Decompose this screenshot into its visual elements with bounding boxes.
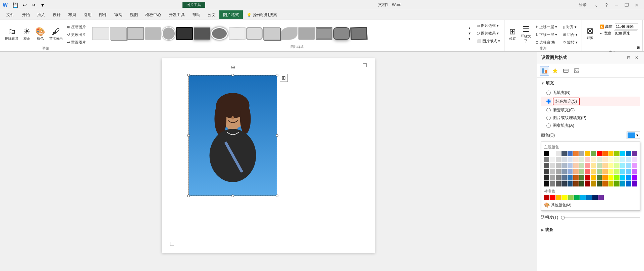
styles-more[interactable]: ▾ <box>467 37 472 41</box>
handle-bottom-center[interactable] <box>231 195 234 197</box>
shade-3-1[interactable] <box>544 169 549 174</box>
restore-btn[interactable]: ❐ <box>622 2 631 8</box>
shade-1-6[interactable] <box>573 157 578 162</box>
customize-btn[interactable]: ▼ <box>39 2 46 8</box>
shade-1-12[interactable] <box>608 157 613 162</box>
send-backward-btn[interactable]: ⬇下移一层▾ <box>533 31 559 38</box>
shade-5-3[interactable] <box>556 181 561 186</box>
handle-bottom-right[interactable] <box>276 195 278 197</box>
theme-color-light-gray[interactable] <box>556 151 561 156</box>
shade-5-4[interactable] <box>561 181 567 186</box>
document-canvas[interactable]: ⊕ <box>0 52 537 271</box>
shade-1-7[interactable] <box>579 157 584 162</box>
shade-5-2[interactable] <box>550 181 555 186</box>
shade-2-1[interactable] <box>544 163 549 168</box>
shade-5-9[interactable] <box>591 181 596 186</box>
pic-style-13[interactable] <box>298 27 315 40</box>
panel-collapse-btn[interactable]: ⊟ <box>625 54 632 61</box>
shade-2-14[interactable] <box>620 163 625 168</box>
shade-3-16[interactable] <box>632 169 637 174</box>
corrections-btn[interactable]: ☀ 校正 <box>21 23 33 46</box>
selected-image-container[interactable]: ⊕ <box>189 75 277 196</box>
pic-style-2[interactable] <box>110 27 126 40</box>
shade-2-6[interactable] <box>573 163 578 168</box>
tab-picture-format[interactable]: 图片格式 <box>219 10 243 19</box>
compress-pic-btn[interactable]: ⊞ 压缩图片 <box>65 23 88 31</box>
std-red[interactable] <box>550 195 555 200</box>
tab-layout[interactable]: 布局 <box>64 10 80 19</box>
shade-1-4[interactable] <box>561 157 567 162</box>
shade-3-14[interactable] <box>620 169 625 174</box>
pic-effects-btn[interactable]: ⬡ 图片效果▾ <box>475 30 502 37</box>
solid-fill-option[interactable]: 纯色填充(S) <box>541 97 640 106</box>
pic-style-14[interactable] <box>316 27 332 40</box>
theme-color-gold[interactable] <box>585 151 590 156</box>
shade-1-8[interactable] <box>585 157 590 162</box>
shade-1-14[interactable] <box>620 157 625 162</box>
shade-5-1[interactable] <box>544 181 549 186</box>
shade-1-1[interactable] <box>544 157 549 162</box>
shade-3-9[interactable] <box>591 169 596 174</box>
shade-4-10[interactable] <box>597 175 602 180</box>
tab-search[interactable]: 💡 操作说明搜索 <box>243 10 281 19</box>
tab-file[interactable]: 文件 <box>3 10 18 19</box>
save-btn[interactable]: 💾 <box>11 2 19 8</box>
tab-review[interactable]: 审阅 <box>111 10 126 19</box>
pic-layout-btn[interactable]: ⬜ 图片版式▾ <box>475 38 502 45</box>
no-fill-option[interactable]: 无填充(N) <box>541 89 640 97</box>
theme-color-red[interactable] <box>597 151 602 156</box>
shade-1-9[interactable] <box>591 157 596 162</box>
shade-3-8[interactable] <box>585 169 590 174</box>
pic-style-10[interactable] <box>246 27 263 40</box>
change-pic-btn[interactable]: ↺ 更改图片 <box>65 31 88 38</box>
std-dark-blue[interactable] <box>592 195 598 200</box>
shade-5-10[interactable] <box>597 181 602 186</box>
shade-1-16[interactable] <box>632 157 637 162</box>
shade-5-6[interactable] <box>573 181 578 186</box>
minimize-btn[interactable]: ─ <box>612 2 621 8</box>
panel-close-btn[interactable]: ✕ <box>633 54 640 61</box>
selected-image[interactable] <box>189 75 277 196</box>
shade-3-15[interactable] <box>626 169 631 174</box>
remove-background-btn[interactable]: 🗂 删除背景 <box>3 23 20 46</box>
tab-home[interactable]: 开始 <box>18 10 34 19</box>
theme-color-extra5[interactable] <box>626 151 631 156</box>
crop-btn[interactable]: ⊠ 裁剪 <box>584 22 596 45</box>
shade-2-8[interactable] <box>585 163 590 168</box>
shade-4-6[interactable] <box>573 175 578 180</box>
theme-color-extra2[interactable] <box>608 151 613 156</box>
shade-4-14[interactable] <box>620 175 625 180</box>
tab-mail[interactable]: 邮件 <box>95 10 111 19</box>
transparency-slider[interactable] <box>561 217 640 218</box>
pattern-fill-radio[interactable] <box>546 123 551 128</box>
theme-color-orange[interactable] <box>573 151 578 156</box>
tab-dev[interactable]: 开发工具 <box>165 10 189 19</box>
handle-top-right[interactable] <box>276 74 278 76</box>
shade-2-2[interactable] <box>550 163 555 168</box>
pic-style-11[interactable] <box>263 27 280 40</box>
reset-pic-btn[interactable]: ↩ 重置图片 <box>65 39 88 46</box>
align-btn[interactable]: ⫿对齐▾ <box>561 23 580 31</box>
handle-bottom-left[interactable] <box>187 195 190 197</box>
shade-3-13[interactable] <box>614 169 619 174</box>
fill-section-header[interactable]: ▼ 填充 <box>541 80 640 86</box>
redo-btn[interactable]: ↪ <box>30 2 37 8</box>
other-colors-btn[interactable]: 🎨 其他颜色(M)... <box>544 201 637 208</box>
pic-style-5[interactable] <box>162 27 175 40</box>
shade-4-13[interactable] <box>614 175 619 180</box>
shade-4-7[interactable] <box>579 175 584 180</box>
position-btn[interactable]: ⊞ 位置 <box>506 23 519 46</box>
theme-color-black[interactable] <box>544 151 549 156</box>
std-dark-red[interactable] <box>544 195 549 200</box>
tab-design[interactable]: 设计 <box>49 10 64 19</box>
panel-tab-fill-line[interactable] <box>540 66 549 75</box>
shade-3-6[interactable] <box>573 169 578 174</box>
shade-3-3[interactable] <box>556 169 561 174</box>
shade-4-3[interactable] <box>556 175 561 180</box>
login-btn[interactable]: 登录 <box>574 2 591 8</box>
tab-insert[interactable]: 插入 <box>34 10 49 19</box>
shade-1-2[interactable] <box>550 157 555 162</box>
shade-4-16[interactable] <box>632 175 637 180</box>
shade-5-12[interactable] <box>608 181 613 186</box>
std-orange[interactable] <box>556 195 561 200</box>
